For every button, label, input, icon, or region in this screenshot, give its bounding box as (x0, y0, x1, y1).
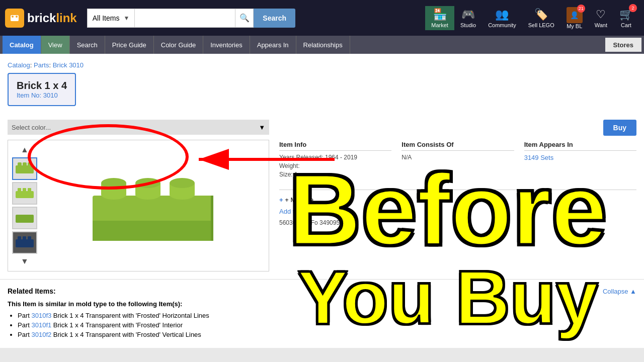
svg-point-24 (135, 178, 160, 188)
chevron-down-icon[interactable]: ▼ (259, 124, 265, 131)
nav-cart[interactable]: 🛒 2 Cart (613, 8, 639, 28)
buy-btn-area: Buy (279, 120, 636, 136)
related-title: Related Items: (8, 287, 56, 295)
svg-rect-18 (93, 221, 213, 241)
right-panel: Buy Item Info Years Released: 1964 - 201… (279, 120, 636, 272)
search-bar: All Items ▼ 🔍 Search (87, 9, 295, 28)
content-area: Select color... ▼ ▲ (8, 120, 636, 272)
thumbnail-4[interactable] (12, 231, 37, 254)
item-consists-title: Item Consists Of (401, 141, 514, 151)
item-appears-col: Item Appears In 3149 Sets (524, 141, 636, 179)
item-consists-value: N/A (401, 154, 514, 161)
my-inventory: + + My Inve (279, 196, 636, 204)
thumbnail-2[interactable] (12, 182, 37, 205)
svg-point-2 (12, 16, 14, 18)
add-inventory: Add to My Inv (279, 208, 636, 215)
nav-community-label: Community (488, 22, 516, 28)
item-size: Size: 1 x (279, 171, 391, 178)
nav-studio[interactable]: 🎮 Studio (454, 8, 482, 28)
item-appears-sets[interactable]: 3149 Sets (524, 154, 554, 161)
breadcrumb-catalog[interactable]: Catalog (8, 61, 30, 69)
svg-rect-4 (16, 165, 34, 173)
related-header: Related Items: Collapse ▲ (8, 287, 636, 295)
nav-inventories[interactable]: Inventories (203, 36, 250, 54)
thumbnail-1[interactable] (12, 157, 37, 180)
nav-catalog[interactable]: Catalog (3, 36, 41, 54)
nav-view[interactable]: View (41, 36, 70, 54)
nav-search[interactable]: Search (70, 36, 105, 54)
nav-community[interactable]: 👥 Community (482, 8, 522, 28)
svg-point-27 (170, 178, 195, 188)
collapse-link[interactable]: Collapse ▲ (603, 288, 636, 295)
color-selector[interactable]: Select color... ▼ (8, 120, 269, 135)
item-info-col: Item Info Years Released: 1964 - 2019 We… (279, 141, 391, 179)
breadcrumb-item[interactable]: Brick 3010 (53, 61, 84, 69)
user-avatar: 👤 21 (567, 7, 583, 23)
svg-rect-16 (28, 236, 31, 240)
related-description: This Item is similar in mold type to the… (8, 300, 636, 308)
breadcrumb-parts[interactable]: Parts (34, 61, 49, 69)
my-inventory-label: + My Inve (285, 196, 313, 204)
search-dropdown[interactable]: All Items ▼ (87, 9, 135, 28)
nav-want-label: Want (595, 22, 607, 28)
buy-button[interactable]: Buy (603, 120, 636, 136)
svg-rect-8 (16, 191, 34, 198)
part-link-1[interactable]: 3010f3 (31, 312, 51, 319)
nav-market[interactable]: 🏪 Market (425, 6, 454, 30)
heart-icon: ♡ (596, 8, 606, 21)
studio-icon: 🎮 (461, 8, 475, 21)
related-list: Part 3010f3 Brick 1 x 4 Transparent with… (18, 312, 636, 338)
search-icon[interactable]: 🔍 (235, 9, 254, 28)
list-item: Part 3010f2 Brick 1 x 4 Transparent with… (18, 331, 636, 338)
item-appears-title: Item Appears In (524, 141, 636, 151)
nav-cart-label: Cart (621, 22, 631, 28)
nav-want[interactable]: ♡ Want (589, 8, 613, 28)
market-icon: 🏪 (433, 8, 447, 21)
logo-area[interactable]: bricklink (5, 9, 77, 28)
lego-brick-svg (83, 155, 223, 256)
nav-mybl[interactable]: 👤 21 My BL (560, 7, 589, 29)
nav-market-label: Market (431, 22, 448, 28)
search-button[interactable]: Search (254, 9, 295, 28)
main-content: Catalog: Parts: Brick 3010 Brick 1 x 4 I… (0, 54, 644, 279)
cart-badge: 2 (629, 4, 637, 12)
stores-button[interactable]: Stores (605, 38, 641, 52)
nav-sell[interactable]: 🏷️ Sell LEGO (522, 8, 560, 28)
image-viewer: ▲ (8, 140, 269, 272)
add-to-inventory-link[interactable]: Add to My Inv (279, 208, 319, 215)
nav-appears-in[interactable]: Appears In (250, 36, 296, 54)
nav-mybl-label: My BL (567, 23, 582, 29)
sell-icon: 🏷️ (534, 8, 548, 21)
item-name: Brick 1 x 4 (17, 80, 67, 92)
part-link-3[interactable]: 3010f2 (31, 331, 51, 338)
list-item: Part 3010f3 Brick 1 x 4 Transparent with… (18, 312, 636, 319)
divider-1 (279, 190, 636, 190)
nav-price-guide[interactable]: Price Guide (105, 36, 154, 54)
part-link-2[interactable]: 3010f1 (31, 321, 51, 329)
breadcrumb: Catalog: Parts: Brick 3010 (8, 61, 636, 69)
related-section: Related Items: Collapse ▲ This Item is s… (0, 279, 644, 348)
svg-rect-12 (16, 215, 34, 223)
svg-point-21 (101, 178, 126, 188)
thumb-up-arrow[interactable]: ▲ (18, 144, 32, 155)
item-consists-col: Item Consists Of N/A (401, 141, 514, 179)
svg-point-3 (16, 16, 18, 18)
nav-icons: 🏪 Market 🎮 Studio 👥 Community 🏷️ Sell LE… (425, 6, 639, 30)
nav-color-guide[interactable]: Color Guide (154, 36, 203, 54)
svg-rect-7 (28, 162, 32, 166)
svg-rect-5 (18, 162, 22, 166)
logo-text: bricklink (27, 11, 77, 25)
list-item: Part 3010f1 Brick 1 x 4 Transparent with… (18, 321, 636, 329)
page-wrapper: bricklink All Items ▼ 🔍 Search 🏪 Market … (0, 0, 644, 362)
main-image (41, 144, 265, 267)
thumbnail-3[interactable] (12, 207, 37, 229)
second-nav: Catalog View Search Price Guide Color Gu… (0, 36, 644, 54)
svg-rect-15 (23, 236, 26, 240)
nav-relationships[interactable]: Relationships (296, 36, 350, 54)
item-years: Years Released: 1964 - 2019 (279, 154, 391, 161)
thumbnail-strip: ▲ (12, 144, 37, 267)
item-info-grid: Item Info Years Released: 1964 - 2019 We… (279, 141, 636, 179)
search-input[interactable] (135, 9, 235, 28)
thumb-down-arrow[interactable]: ▼ (18, 256, 32, 267)
search-dropdown-label: All Items (93, 14, 120, 22)
